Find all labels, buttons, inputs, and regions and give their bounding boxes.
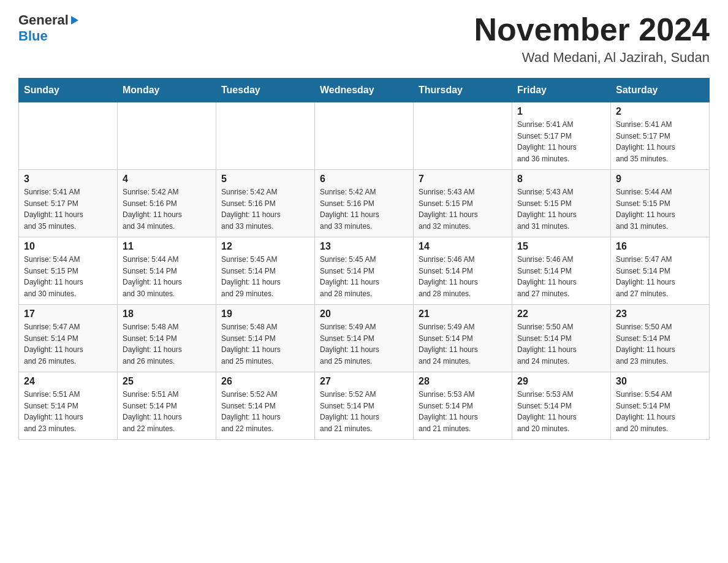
calendar-day-cell: 25Sunrise: 5:51 AM Sunset: 5:14 PM Dayli… [118,372,216,440]
day-number: 25 [123,376,211,387]
day-number: 15 [517,241,605,252]
title-block: November 2024 Wad Medani, Al Jazirah, Su… [474,12,710,66]
day-number: 11 [123,241,211,252]
weekday-header-sunday: Sunday [19,79,118,102]
day-info: Sunrise: 5:43 AM Sunset: 5:15 PM Dayligh… [517,186,605,232]
day-info: Sunrise: 5:41 AM Sunset: 5:17 PM Dayligh… [517,119,605,164]
calendar-table: SundayMondayTuesdayWednesdayThursdayFrid… [18,78,710,440]
day-info: Sunrise: 5:51 AM Sunset: 5:14 PM Dayligh… [24,389,112,434]
day-number: 17 [24,308,112,320]
calendar-day-cell: 2Sunrise: 5:41 AM Sunset: 5:17 PM Daylig… [611,102,710,170]
month-title: November 2024 [474,12,710,47]
calendar-day-cell: 10Sunrise: 5:44 AM Sunset: 5:15 PM Dayli… [19,237,118,305]
calendar-day-cell: 1Sunrise: 5:41 AM Sunset: 5:17 PM Daylig… [512,102,611,170]
day-info: Sunrise: 5:44 AM Sunset: 5:14 PM Dayligh… [123,254,211,299]
day-info: Sunrise: 5:49 AM Sunset: 5:14 PM Dayligh… [320,321,408,367]
calendar-day-cell: 15Sunrise: 5:46 AM Sunset: 5:14 PM Dayli… [512,237,611,305]
day-number: 6 [320,174,408,185]
day-number: 29 [517,376,605,387]
calendar-day-cell: 8Sunrise: 5:43 AM Sunset: 5:15 PM Daylig… [512,170,611,237]
calendar-day-cell: 17Sunrise: 5:47 AM Sunset: 5:14 PM Dayli… [19,305,118,372]
day-number: 26 [221,376,309,387]
day-number: 1 [517,106,605,117]
calendar-day-cell: 11Sunrise: 5:44 AM Sunset: 5:14 PM Dayli… [118,237,216,305]
calendar-day-cell [315,102,414,170]
day-info: Sunrise: 5:47 AM Sunset: 5:14 PM Dayligh… [24,321,112,367]
day-info: Sunrise: 5:48 AM Sunset: 5:14 PM Dayligh… [123,321,211,367]
day-number: 20 [320,308,408,320]
day-info: Sunrise: 5:45 AM Sunset: 5:14 PM Dayligh… [320,254,408,299]
day-info: Sunrise: 5:53 AM Sunset: 5:14 PM Dayligh… [419,389,507,434]
weekday-header-row: SundayMondayTuesdayWednesdayThursdayFrid… [19,79,710,102]
day-info: Sunrise: 5:45 AM Sunset: 5:14 PM Dayligh… [221,254,309,299]
calendar-day-cell: 18Sunrise: 5:48 AM Sunset: 5:14 PM Dayli… [118,305,216,372]
calendar-day-cell: 20Sunrise: 5:49 AM Sunset: 5:14 PM Dayli… [315,305,414,372]
calendar-day-cell: 21Sunrise: 5:49 AM Sunset: 5:14 PM Dayli… [414,305,512,372]
day-info: Sunrise: 5:52 AM Sunset: 5:14 PM Dayligh… [221,389,309,434]
weekday-header-saturday: Saturday [611,79,710,102]
day-info: Sunrise: 5:50 AM Sunset: 5:14 PM Dayligh… [616,321,704,367]
calendar-day-cell: 26Sunrise: 5:52 AM Sunset: 5:14 PM Dayli… [216,372,315,440]
calendar-day-cell: 24Sunrise: 5:51 AM Sunset: 5:14 PM Dayli… [19,372,118,440]
day-number: 21 [419,308,507,320]
calendar-day-cell: 14Sunrise: 5:46 AM Sunset: 5:14 PM Dayli… [414,237,512,305]
calendar-day-cell: 22Sunrise: 5:50 AM Sunset: 5:14 PM Dayli… [512,305,611,372]
day-number: 30 [616,376,704,387]
calendar-week-row: 1Sunrise: 5:41 AM Sunset: 5:17 PM Daylig… [19,102,710,170]
day-number: 18 [123,308,211,320]
day-number: 7 [419,174,507,185]
day-number: 4 [123,174,211,185]
calendar-day-cell: 5Sunrise: 5:42 AM Sunset: 5:16 PM Daylig… [216,170,315,237]
calendar-day-cell: 13Sunrise: 5:45 AM Sunset: 5:14 PM Dayli… [315,237,414,305]
day-info: Sunrise: 5:53 AM Sunset: 5:14 PM Dayligh… [517,389,605,434]
day-info: Sunrise: 5:46 AM Sunset: 5:14 PM Dayligh… [517,254,605,299]
day-number: 9 [616,174,704,185]
day-number: 24 [24,376,112,387]
calendar-day-cell [19,102,118,170]
day-number: 14 [419,241,507,252]
calendar-day-cell: 7Sunrise: 5:43 AM Sunset: 5:15 PM Daylig… [414,170,512,237]
calendar-day-cell: 30Sunrise: 5:54 AM Sunset: 5:14 PM Dayli… [611,372,710,440]
day-info: Sunrise: 5:44 AM Sunset: 5:15 PM Dayligh… [616,186,704,232]
calendar-week-row: 24Sunrise: 5:51 AM Sunset: 5:14 PM Dayli… [19,372,710,440]
calendar-day-cell: 6Sunrise: 5:42 AM Sunset: 5:16 PM Daylig… [315,170,414,237]
calendar-day-cell: 16Sunrise: 5:47 AM Sunset: 5:14 PM Dayli… [611,237,710,305]
day-number: 2 [616,106,704,117]
day-info: Sunrise: 5:41 AM Sunset: 5:17 PM Dayligh… [616,119,704,164]
day-number: 27 [320,376,408,387]
calendar-week-row: 17Sunrise: 5:47 AM Sunset: 5:14 PM Dayli… [19,305,710,372]
day-number: 5 [221,174,309,185]
logo-arrow-icon [69,15,80,26]
calendar-day-cell: 3Sunrise: 5:41 AM Sunset: 5:17 PM Daylig… [19,170,118,237]
weekday-header-thursday: Thursday [414,79,512,102]
day-info: Sunrise: 5:41 AM Sunset: 5:17 PM Dayligh… [24,186,112,232]
day-number: 19 [221,308,309,320]
day-number: 12 [221,241,309,252]
calendar-day-cell: 4Sunrise: 5:42 AM Sunset: 5:16 PM Daylig… [118,170,216,237]
logo-blue-text: Blue [18,28,48,44]
page-header: General Blue November 2024 Wad Medani, A… [18,12,710,66]
logo: General Blue [18,12,81,44]
day-number: 13 [320,241,408,252]
calendar-day-cell: 23Sunrise: 5:50 AM Sunset: 5:14 PM Dayli… [611,305,710,372]
logo-general-text: General [18,12,69,28]
calendar-day-cell: 9Sunrise: 5:44 AM Sunset: 5:15 PM Daylig… [611,170,710,237]
calendar-week-row: 10Sunrise: 5:44 AM Sunset: 5:15 PM Dayli… [19,237,710,305]
day-number: 3 [24,174,112,185]
day-info: Sunrise: 5:49 AM Sunset: 5:14 PM Dayligh… [419,321,507,367]
calendar-day-cell [414,102,512,170]
calendar-day-cell [216,102,315,170]
svg-marker-0 [71,16,78,25]
day-number: 22 [517,308,605,320]
weekday-header-monday: Monday [118,79,216,102]
day-number: 10 [24,241,112,252]
day-info: Sunrise: 5:52 AM Sunset: 5:14 PM Dayligh… [320,389,408,434]
day-info: Sunrise: 5:51 AM Sunset: 5:14 PM Dayligh… [123,389,211,434]
day-info: Sunrise: 5:46 AM Sunset: 5:14 PM Dayligh… [419,254,507,299]
day-number: 8 [517,174,605,185]
calendar-day-cell [118,102,216,170]
day-info: Sunrise: 5:42 AM Sunset: 5:16 PM Dayligh… [123,186,211,232]
calendar-day-cell: 19Sunrise: 5:48 AM Sunset: 5:14 PM Dayli… [216,305,315,372]
calendar-day-cell: 29Sunrise: 5:53 AM Sunset: 5:14 PM Dayli… [512,372,611,440]
day-info: Sunrise: 5:47 AM Sunset: 5:14 PM Dayligh… [616,254,704,299]
